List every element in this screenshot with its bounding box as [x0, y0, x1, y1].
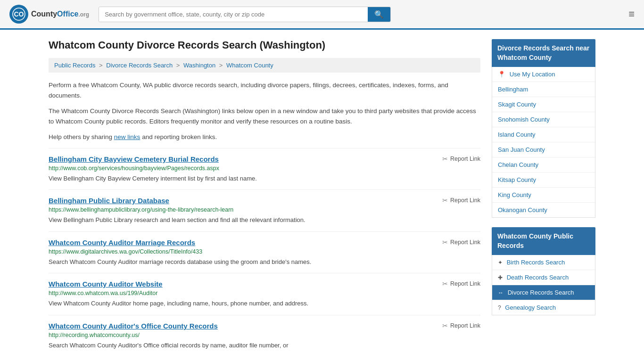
logo[interactable]: CO CountyOffice.org — [9, 5, 89, 24]
report-link-1[interactable]: ✂ Report Link — [442, 155, 480, 163]
description-1: Perform a free Whatcom County, WA public… — [49, 80, 480, 100]
sidebar-item-snohomish[interactable]: Snohomish County — [492, 112, 595, 127]
death-icon: ✚ — [498, 274, 503, 281]
result-item: Whatcom County Auditor Marriage Records … — [49, 231, 480, 273]
sidebar-public-records-section: Whatcom County Public Records ✦ Birth Re… — [492, 227, 595, 315]
logo-icon: CO — [9, 5, 28, 24]
sidebar-nearby-list: 📍 Use My Location Bellingham Skagit Coun… — [492, 67, 595, 218]
location-icon: 📍 — [498, 71, 505, 78]
report-icon-2: ✂ — [442, 197, 448, 204]
sidebar-link-chelan[interactable]: Chelan County — [498, 161, 538, 168]
sidebar-item-use-location[interactable]: 📍 Use My Location — [492, 67, 595, 82]
page-title: Whatcom County Divorce Records Search (W… — [49, 39, 480, 51]
breadcrumb-divorce-records[interactable]: Divorce Records Search — [106, 62, 173, 69]
sidebar-item-kitsap[interactable]: Kitsap County — [492, 173, 595, 188]
sidebar-link-kitsap[interactable]: Kitsap County — [498, 176, 536, 183]
report-link-2[interactable]: ✂ Report Link — [442, 197, 480, 204]
breadcrumb-public-records[interactable]: Public Records — [54, 62, 95, 69]
sidebar-nearby-header: Divorce Records Search near Whatcom Coun… — [492, 39, 595, 67]
sidebar-link-bellingham[interactable]: Bellingham — [498, 86, 528, 93]
genealogy-icon: ? — [498, 304, 501, 311]
sidebar-item-death-records[interactable]: ✚ Death Records Search — [492, 270, 595, 285]
result-title-1[interactable]: Bellingham City Bayview Cemetery Burial … — [49, 155, 219, 163]
result-desc-5: Search Whatcom County Auditor's Office o… — [49, 341, 480, 350]
sidebar-public-records-list: ✦ Birth Records Search ✚ Death Records S… — [492, 255, 595, 315]
result-title-3[interactable]: Whatcom County Auditor Marriage Records — [49, 239, 195, 247]
sidebar-nearby-section: Divorce Records Search near Whatcom Coun… — [492, 39, 595, 218]
description-2: The Whatcom County Divorce Records Searc… — [49, 106, 480, 126]
sidebar-item-chelan[interactable]: Chelan County — [492, 157, 595, 173]
sidebar-link-divorce[interactable]: Divorce Records Search — [508, 289, 574, 296]
result-url-3[interactable]: https://www.digitalarchives.wa.gov/Colle… — [49, 248, 480, 255]
sidebar: Divorce Records Search near Whatcom Coun… — [492, 39, 595, 356]
result-item: Bellingham Public Library Database ✂ Rep… — [49, 189, 480, 231]
description-3: Help others by sharing new links and rep… — [49, 132, 480, 142]
result-url-1[interactable]: http://www.cob.org/services/housing/bayv… — [49, 165, 480, 172]
result-url-5[interactable]: http://recording.whatcomcounty.us/ — [49, 332, 480, 338]
report-link-3[interactable]: ✂ Report Link — [442, 239, 480, 246]
sidebar-item-bellingham[interactable]: Bellingham — [492, 82, 595, 97]
result-desc-2: View Bellingham Public Library research … — [49, 215, 480, 225]
search-input[interactable] — [99, 7, 368, 22]
breadcrumb: Public Records > Divorce Records Search … — [49, 58, 480, 73]
menu-icon[interactable]: ≡ — [628, 8, 635, 20]
new-links[interactable]: new links — [114, 133, 140, 140]
report-icon-4: ✂ — [442, 280, 448, 288]
result-desc-4: View Whatcom County Auditor home page, i… — [49, 299, 480, 308]
breadcrumb-washington[interactable]: Washington — [183, 62, 215, 69]
result-item: Whatcom County Auditor's Office County R… — [49, 315, 480, 357]
sidebar-link-death[interactable]: Death Records Search — [507, 274, 569, 281]
result-title-5[interactable]: Whatcom County Auditor's Office County R… — [49, 322, 218, 330]
sidebar-link-king[interactable]: King County — [498, 191, 531, 198]
sidebar-item-okanogan[interactable]: Okanogan County — [492, 203, 595, 217]
sidebar-link-san-juan[interactable]: San Juan County — [498, 146, 545, 153]
search-bar: 🔍 — [99, 7, 391, 22]
sidebar-link-genealogy[interactable]: Genealogy Search — [505, 304, 556, 311]
sidebar-link-birth[interactable]: Birth Records Search — [507, 259, 565, 266]
logo-text: CountyOffice.org — [31, 10, 89, 18]
sidebar-item-genealogy[interactable]: ? Genealogy Search — [492, 300, 595, 315]
breadcrumb-whatcom-county[interactable]: Whatcom County — [226, 62, 273, 69]
svg-text:CO: CO — [14, 10, 24, 18]
report-icon-1: ✂ — [442, 155, 448, 163]
sidebar-link-okanogan[interactable]: Okanogan County — [498, 206, 547, 214]
birth-icon: ✦ — [498, 259, 503, 266]
result-desc-3: Search Whatcom County Auditor marriage r… — [49, 257, 480, 267]
report-icon-3: ✂ — [442, 239, 448, 246]
result-title-2[interactable]: Bellingham Public Library Database — [49, 197, 169, 205]
report-link-4[interactable]: ✂ Report Link — [442, 280, 480, 288]
sidebar-item-birth-records[interactable]: ✦ Birth Records Search — [492, 255, 595, 270]
sidebar-item-island[interactable]: Island County — [492, 127, 595, 142]
result-title-4[interactable]: Whatcom County Auditor Website — [49, 280, 163, 288]
result-url-4[interactable]: http://www.co.whatcom.wa.us/199/Auditor — [49, 290, 480, 296]
divorce-icon: ↔ — [498, 289, 504, 296]
sidebar-link-use-location[interactable]: Use My Location — [510, 71, 555, 78]
result-desc-1: View Bellingham City Bayview Cemetery in… — [49, 174, 480, 183]
report-icon-5: ✂ — [442, 322, 448, 329]
sidebar-item-king[interactable]: King County — [492, 188, 595, 203]
sidebar-link-skagit[interactable]: Skagit County — [498, 101, 536, 108]
sidebar-item-san-juan[interactable]: San Juan County — [492, 142, 595, 157]
sidebar-public-records-header: Whatcom County Public Records — [492, 227, 595, 255]
result-url-2[interactable]: https://www.bellinghampubliclibrary.org/… — [49, 206, 480, 213]
search-button[interactable]: 🔍 — [368, 7, 390, 22]
result-item: Whatcom County Auditor Website ✂ Report … — [49, 273, 480, 315]
sidebar-item-skagit[interactable]: Skagit County — [492, 97, 595, 112]
sidebar-item-divorce-records[interactable]: ↔ Divorce Records Search — [492, 285, 595, 300]
sidebar-link-island[interactable]: Island County — [498, 131, 536, 138]
results-list: Bellingham City Bayview Cemetery Burial … — [49, 148, 480, 357]
result-item: Bellingham City Bayview Cemetery Burial … — [49, 148, 480, 190]
sidebar-link-snohomish[interactable]: Snohomish County — [498, 116, 550, 123]
report-link-5[interactable]: ✂ Report Link — [442, 322, 480, 329]
